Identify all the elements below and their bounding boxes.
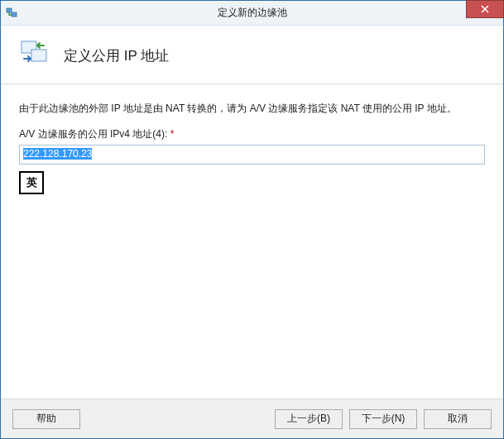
dialog-window: 定义新的边缘池 定义公用 IP 地址 由于此边缘池的外部 IP 地址是由 NAT… xyxy=(0,0,504,439)
ime-indicator[interactable]: 英 xyxy=(19,171,44,194)
svg-rect-0 xyxy=(7,8,12,12)
footer: 帮助 上一步(B) 下一步(N) 取消 xyxy=(1,398,503,438)
cancel-button[interactable]: 取消 xyxy=(424,409,492,429)
page-title: 定义公用 IP 地址 xyxy=(64,46,169,65)
header: 定义公用 IP 地址 xyxy=(1,26,503,84)
svg-rect-1 xyxy=(12,12,17,17)
close-icon xyxy=(481,5,489,13)
svg-line-2 xyxy=(482,6,488,12)
close-button[interactable] xyxy=(466,0,504,18)
ip-address-input[interactable]: 222.128.170.23 xyxy=(19,145,485,165)
app-icon xyxy=(6,7,19,20)
description-text: 由于此边缘池的外部 IP 地址是由 NAT 转换的，请为 A/V 边缘服务指定该… xyxy=(19,101,485,116)
required-marker: * xyxy=(170,128,175,140)
wizard-icon xyxy=(19,41,52,70)
svg-line-3 xyxy=(482,6,488,12)
svg-rect-5 xyxy=(31,50,46,61)
ip-address-value: 222.128.170.23 xyxy=(23,148,92,160)
help-button[interactable]: 帮助 xyxy=(12,409,80,429)
titlebar: 定义新的边缘池 xyxy=(1,1,503,26)
content-area: 由于此边缘池的外部 IP 地址是由 NAT 转换的，请为 A/V 边缘服务指定该… xyxy=(1,84,503,398)
ip-field-label: A/V 边缘服务的公用 IPv4 地址(4): * xyxy=(19,127,485,141)
ip-field-label-text: A/V 边缘服务的公用 IPv4 地址(4): xyxy=(19,128,167,140)
window-title: 定义新的边缘池 xyxy=(1,6,503,20)
next-button[interactable]: 下一步(N) xyxy=(349,409,417,429)
back-button[interactable]: 上一步(B) xyxy=(275,409,343,429)
